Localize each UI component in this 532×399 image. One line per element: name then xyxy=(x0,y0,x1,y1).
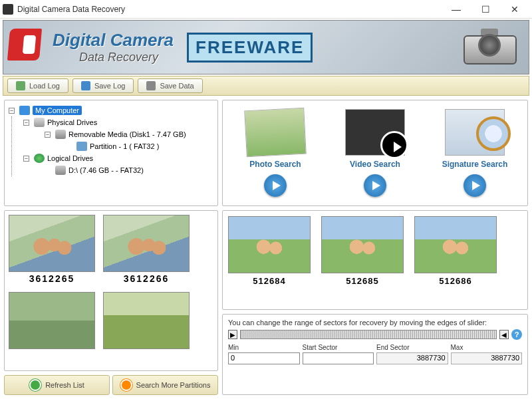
window-title: Digital Camera Data Recovery xyxy=(17,5,442,14)
partition-icon xyxy=(76,142,87,151)
close-button[interactable]: ✕ xyxy=(500,0,529,19)
logo-icon xyxy=(9,29,46,66)
banner-text: Digital Camera Data Recovery xyxy=(53,30,174,65)
photo-search-icon xyxy=(244,108,307,158)
thumbnail[interactable] xyxy=(103,292,190,350)
thumbnail-image xyxy=(414,216,497,273)
camera-icon xyxy=(464,27,523,67)
search-modes-panel: Photo Search Video Search Signature Sear… xyxy=(222,100,528,206)
freeware-badge: FREEWARE xyxy=(187,33,313,63)
tree-removable-media[interactable]: Removable Media (Disk1 - 7.47 GB) xyxy=(68,130,186,138)
video-search-item: Video Search xyxy=(329,109,422,197)
banner: Digital Camera Data Recovery FREEWARE xyxy=(3,20,529,74)
min-sector-value[interactable]: 0 xyxy=(228,352,300,364)
thumbnail[interactable]: 3612266 xyxy=(103,215,190,284)
collapse-icon[interactable]: − xyxy=(9,108,15,114)
thumbnail-label: 3612266 xyxy=(103,273,190,284)
tree-logical-drives[interactable]: Logical Drives xyxy=(47,154,93,162)
app-icon xyxy=(3,4,13,15)
thumbnail[interactable]: 512686 xyxy=(414,216,497,304)
maximize-button[interactable]: ☐ xyxy=(471,0,500,19)
thumbnail-image xyxy=(9,292,95,349)
max-sector-value: 3887730 xyxy=(451,352,523,364)
photo-search-item: Photo Search xyxy=(229,109,322,197)
thumbnail-image xyxy=(228,216,311,273)
thumbnail-label: 3612265 xyxy=(9,273,95,284)
banner-line1: Digital Camera xyxy=(53,30,174,51)
drive-d-icon xyxy=(55,166,66,175)
refresh-list-button[interactable]: Refresh List xyxy=(4,375,110,395)
collapse-icon[interactable]: − xyxy=(23,120,29,126)
refresh-icon xyxy=(29,379,41,391)
photo-search-button[interactable] xyxy=(264,174,287,197)
thumbnail-image xyxy=(321,216,404,273)
thumbnail-image xyxy=(9,215,95,272)
banner-line2: Data Recovery xyxy=(79,51,174,65)
drive-tree[interactable]: −My Computer −Physical Drives −Removable… xyxy=(4,100,218,206)
left-bottom-buttons: Refresh List Search More Partitions xyxy=(4,375,218,395)
video-search-button[interactable] xyxy=(364,174,386,197)
thumbnails-right[interactable]: 512684 512685 512686 xyxy=(222,210,528,310)
search-partitions-icon xyxy=(120,379,132,391)
titlebar: Digital Camera Data Recovery — ☐ ✕ xyxy=(0,0,532,19)
photo-search-label: Photo Search xyxy=(229,160,322,169)
end-sector-field: End Sector3887730 xyxy=(376,344,448,364)
signature-search-label: Signature Search xyxy=(428,160,521,169)
thumbnail[interactable]: 3612265 xyxy=(9,215,95,284)
collapse-icon[interactable]: − xyxy=(45,132,51,138)
load-log-icon xyxy=(16,81,25,90)
start-sector-field: Start Sector xyxy=(303,344,374,364)
tree-partition[interactable]: Partition - 1 ( FAT32 ) xyxy=(90,142,159,150)
signature-search-button[interactable] xyxy=(464,174,486,197)
save-data-button[interactable]: Save Data xyxy=(138,78,202,93)
start-sector-value[interactable] xyxy=(303,352,374,364)
end-sector-value: 3887730 xyxy=(376,352,448,364)
save-log-button[interactable]: Save Log xyxy=(72,78,134,93)
thumbnail[interactable]: 512684 xyxy=(228,216,311,304)
thumbnail[interactable] xyxy=(9,292,95,350)
load-log-button[interactable]: Load Log xyxy=(7,78,68,93)
save-log-icon xyxy=(81,81,90,90)
help-button[interactable]: ? xyxy=(511,329,522,340)
slider-left-button[interactable]: ▶ xyxy=(228,330,237,339)
thumbnail-image xyxy=(103,292,190,349)
save-data-icon xyxy=(146,81,156,90)
thumbnail-image xyxy=(103,215,190,272)
thumbnail-label: 512684 xyxy=(228,276,311,286)
max-sector-field: Max3887730 xyxy=(451,344,523,364)
logical-drives-icon xyxy=(34,154,45,163)
sector-range-panel: You can change the range of sectors for … xyxy=(222,314,528,395)
video-search-icon xyxy=(345,109,405,156)
computer-icon xyxy=(19,106,30,115)
video-search-label: Video Search xyxy=(329,160,422,169)
tree-physical-drives[interactable]: Physical Drives xyxy=(47,118,97,126)
signature-search-item: Signature Search xyxy=(428,109,521,197)
thumbnails-left[interactable]: 3612265 3612266 xyxy=(4,210,218,371)
collapse-icon[interactable]: − xyxy=(23,156,29,162)
minimize-button[interactable]: — xyxy=(442,0,471,19)
slider-right-button[interactable]: ◀ xyxy=(499,330,509,339)
search-more-partitions-button[interactable]: Search More Partitions xyxy=(112,375,218,395)
sector-hint: You can change the range of sectors for … xyxy=(228,319,522,327)
tree-my-computer[interactable]: My Computer xyxy=(33,106,82,115)
toolbar: Load Log Save Log Save Data xyxy=(3,76,529,96)
sector-slider[interactable] xyxy=(240,330,497,339)
min-sector-field: Min0 xyxy=(228,344,300,364)
drive-icon xyxy=(34,118,45,127)
thumbnail-label: 512685 xyxy=(321,276,404,286)
tree-drive-d[interactable]: D:\ (7.46 GB - - FAT32) xyxy=(68,166,144,174)
thumbnail-label: 512686 xyxy=(414,276,497,286)
signature-search-icon xyxy=(445,109,505,156)
removable-media-icon xyxy=(55,130,66,139)
thumbnail[interactable]: 512685 xyxy=(321,216,404,304)
